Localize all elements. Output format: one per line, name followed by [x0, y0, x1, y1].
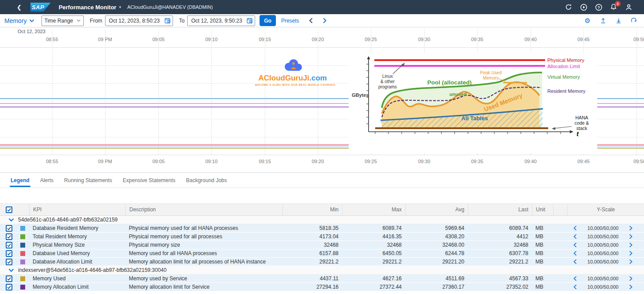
tab-alerts[interactable]: Alerts: [40, 172, 54, 188]
app-title[interactable]: Performance Monitor: [59, 4, 117, 11]
to-datetime-field: [187, 15, 255, 26]
kpi-max: 4416.35: [342, 233, 405, 241]
yscale-next-button[interactable]: [627, 242, 634, 248]
collapse-group-icon[interactable]: [8, 218, 14, 222]
kpi-avg: 6244.78: [405, 249, 468, 257]
range-type-select[interactable]: Time Range: [41, 15, 84, 26]
presets-link[interactable]: Presets: [281, 18, 299, 24]
header-description: Description: [125, 204, 282, 215]
table-row[interactable]: Memory Allocation Limit Memory allocatio…: [0, 283, 644, 291]
gridline: [158, 30, 159, 155]
yscale-prev-button[interactable]: [572, 284, 579, 290]
table-row[interactable]: Memory Used Memory used by Service 4437.…: [0, 275, 644, 283]
upload-icon[interactable]: [599, 17, 607, 25]
x-tick-label: 09:15: [249, 159, 280, 164]
kpi-name: Memory Used: [29, 275, 125, 283]
filter-toolbar: Memory Time Range From To Go Presets: [0, 14, 644, 27]
diagram-all-tables-label: All Tables: [461, 115, 488, 122]
settings-gear-icon[interactable]: ⚙: [584, 17, 591, 25]
from-datetime-input[interactable]: [105, 18, 162, 24]
view-selector[interactable]: Memory: [4, 17, 34, 24]
x-tick-label: 09:45: [568, 159, 599, 164]
table-row[interactable]: Total Resident Memory Physical memory us…: [0, 233, 644, 241]
table-header-row: KPI Description Min Max Avg Last Unit Y-…: [0, 203, 644, 216]
diagram-peak-used-label: Peak Used: [480, 70, 502, 75]
yscale-next-button[interactable]: [627, 284, 634, 290]
hana-memory-diagram: GBytes t Physical Memory Allocation Limi…: [349, 53, 597, 153]
calendar-icon[interactable]: [244, 16, 255, 26]
yscale-next-button[interactable]: [627, 276, 634, 281]
title-dropdown-icon[interactable]: ▾: [119, 5, 121, 9]
notifications-bell-icon[interactable]: 2: [610, 3, 618, 11]
range-type-value: Time Range: [45, 18, 74, 24]
yscale-prev-button[interactable]: [572, 242, 579, 248]
header-kpi: KPI: [29, 204, 125, 215]
yscale-prev-button[interactable]: [572, 225, 579, 231]
diagram-t-label: t: [576, 130, 579, 137]
x-tick-label: 09:35: [462, 37, 493, 42]
svg-text:programs: programs: [378, 84, 397, 89]
download-icon[interactable]: [614, 17, 622, 25]
x-tick-label: 08:55: [37, 159, 68, 164]
chart-actions: ⚙: [584, 17, 638, 25]
kpi-color-swatch: [20, 285, 25, 290]
play-circle-icon[interactable]: [580, 3, 588, 11]
row-checkbox[interactable]: [6, 242, 12, 248]
tab-legend[interactable]: Legend: [11, 172, 30, 188]
kpi-last: 29221.2: [468, 258, 532, 266]
kpi-description: Memory used by Service: [125, 275, 282, 283]
row-checkbox[interactable]: [6, 275, 12, 282]
header-yscale: Y-Scale: [567, 204, 644, 215]
from-label: From: [90, 18, 102, 24]
kpi-max: 4627.16: [342, 275, 405, 283]
tab-expensive-statements[interactable]: Expensive Statements: [123, 172, 175, 188]
table-row[interactable]: Database Resident Memory Physical memory…: [0, 224, 644, 233]
gridline: [636, 30, 637, 155]
go-button[interactable]: Go: [260, 15, 276, 26]
time-back-button[interactable]: [309, 18, 313, 23]
performance-monitor-screen: ❮ SAP Performance Monitor ▾ ACloudGuruJi…: [0, 0, 644, 294]
yscale-next-button[interactable]: [627, 225, 634, 231]
kpi-unit: MB: [532, 283, 553, 291]
select-all-checkbox[interactable]: [6, 206, 12, 213]
yscale-prev-button[interactable]: [572, 234, 579, 239]
header-max: Max: [342, 204, 405, 215]
table-row[interactable]: Database Allocation Limit Memory allocat…: [0, 258, 644, 266]
row-checkbox[interactable]: [6, 250, 12, 257]
yscale-next-button[interactable]: [627, 259, 634, 264]
row-checkbox[interactable]: [6, 233, 12, 240]
yscale-prev-button[interactable]: [572, 276, 579, 281]
kpi-last: 6307.78: [468, 249, 532, 257]
kpi-last: 27352.02: [468, 283, 532, 291]
reload-icon[interactable]: [630, 17, 638, 25]
tab-running-statements[interactable]: Running Statements: [64, 172, 112, 188]
x-tick-label: 09:45: [568, 37, 599, 42]
time-forward-button[interactable]: [323, 18, 327, 23]
back-icon[interactable]: ❮: [17, 4, 22, 11]
plot-bottom-border: [0, 155, 644, 155]
yscale-next-button[interactable]: [627, 251, 634, 256]
row-checkbox[interactable]: [6, 225, 12, 232]
kpi-min: 4173.04: [282, 233, 342, 241]
yscale-value: 10,000/50,000: [579, 276, 627, 281]
kpi-color-swatch: [20, 251, 25, 256]
kpi-avg: 29221.20: [405, 258, 468, 266]
yscale-next-button[interactable]: [627, 234, 634, 239]
yscale-prev-button[interactable]: [572, 259, 579, 264]
user-profile-icon[interactable]: [625, 3, 633, 11]
collapse-group-icon[interactable]: [8, 268, 14, 272]
watermark-tagline: BECOME A GURU WITH OUR REAL-WORLD COURSE…: [255, 84, 330, 86]
table-row[interactable]: Physical Memory Size Physical memory siz…: [0, 241, 644, 249]
calendar-icon[interactable]: [162, 16, 173, 26]
diagram-pool-allocated-label: Pool (allocated): [427, 79, 472, 86]
kpi-description: Memory allocation limit for Service: [125, 283, 282, 291]
yscale-prev-button[interactable]: [572, 251, 579, 256]
tab-background-jobs[interactable]: Background Jobs: [186, 172, 227, 188]
refresh-icon[interactable]: [565, 3, 572, 11]
table-row[interactable]: Database Used Memory Memory used for all…: [0, 249, 644, 258]
row-checkbox[interactable]: [6, 259, 12, 265]
yscale-value: 10,000/50,000: [579, 251, 627, 256]
help-icon[interactable]: ?: [595, 3, 603, 11]
to-datetime-input[interactable]: [188, 18, 244, 24]
row-checkbox[interactable]: [6, 284, 12, 290]
